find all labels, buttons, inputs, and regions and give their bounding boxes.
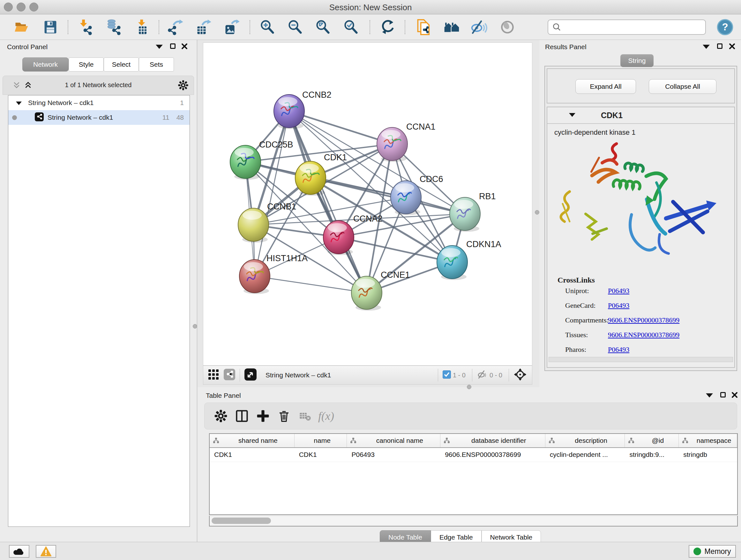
show-columns-icon[interactable] bbox=[231, 409, 253, 423]
apply-layout-icon[interactable] bbox=[379, 18, 397, 36]
crosslink-link[interactable]: P06493 bbox=[608, 287, 629, 301]
column-header-description[interactable]: description bbox=[545, 434, 625, 447]
edge-HIST1H1A-CCNE1[interactable] bbox=[255, 276, 367, 293]
table-cell[interactable]: stringdb:9... bbox=[625, 448, 679, 462]
selected-checkbox-icon[interactable] bbox=[443, 370, 451, 380]
control-tab-sets[interactable]: Sets bbox=[139, 57, 174, 71]
network-view-area: CCNB2CCNA1CDC25BCDK1CDC6RB1CCNB1CCNA2CDK… bbox=[198, 40, 539, 387]
hide-panels-eye-icon[interactable] bbox=[470, 18, 488, 36]
node-HIST1H1A[interactable]: HIST1H1A bbox=[239, 253, 308, 294]
grid-view-icon[interactable] bbox=[208, 369, 219, 381]
table-row[interactable]: CDK1CDK1P064939606.ENSP00000378699cyclin… bbox=[210, 448, 737, 462]
delete-table-icon[interactable] bbox=[294, 410, 316, 422]
node-CDC6[interactable]: CDC6 bbox=[391, 174, 443, 215]
table-cell[interactable]: stringdb bbox=[679, 448, 737, 462]
delete-column-trash-icon[interactable] bbox=[273, 409, 294, 423]
import-network-file-icon[interactable] bbox=[76, 18, 94, 36]
float-panel-icon[interactable] bbox=[720, 392, 726, 399]
save-session-icon[interactable] bbox=[42, 18, 59, 36]
column-header-canonical-name[interactable]: canonical name bbox=[347, 434, 441, 447]
zoom-out-icon[interactable] bbox=[286, 18, 304, 36]
table-cell[interactable]: 9606.ENSP00000378699 bbox=[441, 448, 545, 462]
hidden-counts: 0 - 0 bbox=[489, 372, 502, 379]
network-label: String Network – cdk1 bbox=[48, 114, 113, 121]
node-section-header[interactable]: CDK1 bbox=[547, 107, 734, 124]
column-header-namespace[interactable]: namespace bbox=[679, 434, 737, 447]
export-image-icon[interactable] bbox=[223, 18, 241, 36]
table-cell[interactable]: cyclin-dependent ... bbox=[545, 448, 625, 462]
column-header-name[interactable]: name bbox=[294, 434, 347, 447]
gray-eye-icon[interactable] bbox=[498, 18, 516, 36]
network-view-icon[interactable] bbox=[224, 369, 235, 381]
collapse-panel-icon[interactable] bbox=[706, 393, 713, 399]
show-panels-home-icon[interactable] bbox=[443, 18, 461, 36]
node-CDKN1A[interactable]: CDKN1A bbox=[437, 240, 501, 280]
control-tab-network[interactable]: Network bbox=[22, 57, 69, 71]
splitter-handle[interactable] bbox=[535, 210, 539, 214]
gear-icon[interactable] bbox=[178, 80, 189, 92]
crosslink-link[interactable]: 9606.ENSP00000378699 bbox=[608, 316, 679, 331]
add-column-plus-icon[interactable] bbox=[253, 409, 273, 423]
close-panel-icon[interactable] bbox=[729, 43, 735, 51]
warning-button[interactable] bbox=[36, 545, 56, 558]
table-cell[interactable]: CDK1 bbox=[294, 448, 347, 462]
horizontal-scrollbar[interactable] bbox=[549, 357, 733, 362]
memory-button[interactable]: Memory bbox=[689, 545, 736, 558]
node-CCNA1[interactable]: CCNA1 bbox=[377, 122, 435, 162]
edge-CCNB2-CCNA1[interactable] bbox=[289, 111, 392, 144]
collapse-all-button[interactable]: Collapse All bbox=[649, 79, 717, 94]
copy-style-icon[interactable] bbox=[415, 18, 433, 36]
crosslink-link[interactable]: P06493 bbox=[608, 301, 629, 316]
column-header-id[interactable]: @id bbox=[625, 434, 679, 447]
import-network-database-icon[interactable] bbox=[105, 18, 123, 36]
edge-CCNA2-CDKN1A[interactable] bbox=[339, 237, 452, 262]
export-network-icon[interactable] bbox=[166, 18, 185, 36]
column-header-database-identifier[interactable]: database identifier bbox=[441, 434, 545, 447]
network-graph[interactable]: CCNB2CCNA1CDC25BCDK1CDC6RB1CCNB1CCNA2CDK… bbox=[203, 43, 532, 365]
close-panel-icon[interactable] bbox=[181, 43, 188, 51]
birds-eye-crosshair-icon[interactable] bbox=[514, 368, 527, 382]
column-header-shared-name[interactable]: shared name bbox=[210, 434, 294, 447]
cloud-button[interactable] bbox=[9, 545, 29, 558]
zoom-selected-icon[interactable] bbox=[342, 18, 360, 36]
edge-CCNB2-CCNE1[interactable] bbox=[289, 111, 367, 293]
export-table-icon[interactable] bbox=[195, 18, 212, 36]
hidden-eye-icon[interactable] bbox=[477, 369, 488, 381]
help-icon[interactable]: ? bbox=[716, 18, 734, 36]
zoom-fit-icon[interactable] bbox=[314, 18, 332, 36]
section-collapse-icon[interactable] bbox=[569, 112, 576, 118]
tree-expand-icon[interactable] bbox=[16, 99, 22, 107]
search-box[interactable] bbox=[548, 19, 706, 35]
table-cell[interactable]: CDK1 bbox=[210, 448, 294, 462]
table-cell[interactable]: P06493 bbox=[347, 448, 441, 462]
crosslink-label: Uniprot: bbox=[565, 287, 608, 301]
import-table-icon[interactable] bbox=[133, 18, 151, 36]
collapse-panel-icon[interactable] bbox=[156, 44, 163, 50]
open-file-icon[interactable] bbox=[13, 18, 30, 36]
expand-all-button[interactable]: Expand All bbox=[576, 79, 636, 94]
detach-view-icon[interactable] bbox=[245, 368, 257, 382]
function-builder-icon[interactable]: f(x) bbox=[316, 409, 337, 423]
network-collection-row[interactable]: String Network – cdk1 1 bbox=[8, 96, 190, 110]
control-tab-style[interactable]: Style bbox=[69, 57, 104, 71]
table-horizontal-scrollbar[interactable] bbox=[209, 516, 738, 526]
network-row-selected[interactable]: String Network – cdk1 11 48 bbox=[8, 110, 190, 125]
scrollbar-thumb[interactable] bbox=[212, 517, 271, 524]
node-RB1[interactable]: RB1 bbox=[450, 192, 496, 232]
control-tab-select[interactable]: Select bbox=[104, 57, 139, 71]
table-settings-gear-icon[interactable] bbox=[210, 409, 231, 423]
crosslink-link[interactable]: 9606.ENSP00000378699 bbox=[608, 331, 679, 346]
search-input[interactable] bbox=[562, 23, 699, 32]
splitter-handle[interactable] bbox=[467, 385, 471, 389]
float-panel-icon[interactable] bbox=[717, 44, 723, 50]
zoom-in-icon[interactable] bbox=[259, 18, 276, 36]
float-panel-icon[interactable] bbox=[170, 44, 176, 50]
node-CCNB1[interactable]: CCNB1 bbox=[238, 202, 296, 243]
splitter-handle[interactable] bbox=[193, 324, 197, 328]
tab-string[interactable]: String bbox=[620, 54, 654, 67]
network-canvas[interactable]: CCNB2CCNA1CDC25BCDK1CDC6RB1CCNB1CCNA2CDK… bbox=[203, 43, 532, 366]
close-panel-icon[interactable] bbox=[731, 392, 738, 399]
table-panel: Table Panel f(x) shared namenam bbox=[198, 387, 741, 545]
collapse-panel-icon[interactable] bbox=[703, 44, 710, 50]
crosslinks-list: Uniprot:P06493GeneCard:P06493Compartment… bbox=[547, 287, 734, 360]
